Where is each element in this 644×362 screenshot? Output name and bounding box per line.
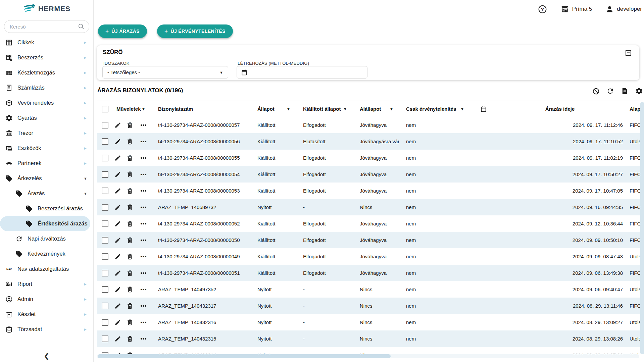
sidebar-item-gy-rt-s[interactable]: Gyártás ► — [0, 110, 93, 125]
column-header-csak-ervenytelenites[interactable]: Csak érvénytelenítés ▼ — [399, 101, 470, 117]
sidebar-item-rkezel-s[interactable]: Árkezelés ▼ — [0, 171, 93, 186]
row-checkbox[interactable] — [102, 188, 108, 194]
horizontal-scrollbar[interactable] — [97, 354, 639, 358]
row-checkbox[interactable] — [102, 286, 108, 293]
sidebar-item-eszk-z-k[interactable]: Eszközök ► — [0, 141, 93, 156]
vertical-scrollbar[interactable] — [640, 102, 644, 354]
delete-button[interactable] — [124, 133, 136, 150]
column-header-muveletek[interactable]: Műveletek ▼ — [112, 101, 151, 117]
delete-button[interactable] — [124, 248, 136, 265]
more-options-button[interactable]: ••• — [136, 117, 151, 133]
created-range-input[interactable] — [237, 66, 367, 79]
delete-button[interactable] — [124, 215, 136, 232]
sidebar-item-trezor[interactable]: Trezor ► — [0, 125, 93, 141]
column-header-bizonylatszam[interactable]: Bizonylatszám — [151, 101, 251, 117]
sidebar-item-partnerek[interactable]: Partnerek ► — [0, 156, 93, 171]
row-checkbox[interactable] — [102, 270, 108, 276]
refresh-button[interactable] — [606, 87, 614, 95]
edit-button[interactable] — [112, 199, 124, 215]
select-all-checkbox[interactable] — [102, 106, 108, 112]
delete-button[interactable] — [124, 314, 136, 330]
store-selector[interactable]: Príma 5 — [560, 5, 592, 13]
edit-button[interactable] — [112, 298, 124, 314]
edit-button[interactable] — [112, 183, 124, 199]
search-input[interactable] — [4, 20, 89, 33]
row-checkbox[interactable] — [102, 138, 108, 145]
delete-button[interactable] — [124, 199, 136, 215]
more-options-button[interactable]: ••• — [136, 330, 151, 347]
delete-button[interactable] — [124, 298, 136, 314]
more-options-button[interactable]: ••• — [136, 281, 151, 298]
row-checkbox[interactable] — [102, 335, 108, 342]
horizontal-scrollbar-thumb[interactable] — [98, 354, 391, 358]
delete-button[interactable] — [124, 281, 136, 298]
edit-button[interactable] — [112, 330, 124, 347]
delete-button[interactable] — [124, 232, 136, 248]
sidebar-item-raz-s[interactable]: Árazás ▼ — [0, 186, 93, 201]
more-options-button[interactable]: ••• — [136, 166, 151, 183]
periods-select[interactable]: - Tetszőleges - ▼ — [102, 66, 228, 79]
column-header-alallapot[interactable]: Alállapot ▼ — [353, 101, 399, 117]
edit-button[interactable] — [112, 133, 124, 150]
edit-button[interactable] — [112, 117, 124, 133]
more-options-button[interactable]: ••• — [136, 133, 151, 150]
row-checkbox[interactable] — [102, 171, 108, 178]
row-checkbox[interactable] — [102, 303, 108, 309]
more-options-button[interactable]: ••• — [136, 248, 151, 265]
edit-button[interactable] — [112, 215, 124, 232]
delete-button[interactable] — [124, 347, 136, 354]
sidebar-item-beszerz-si-raz-s[interactable]: Beszerzési árazás — [0, 201, 93, 216]
sidebar-item-admin[interactable]: Admin ► — [0, 292, 93, 307]
more-options-button[interactable]: ••• — [136, 265, 151, 281]
edit-button[interactable] — [112, 150, 124, 166]
column-header-alap[interactable]: Alap — [623, 101, 643, 117]
row-checkbox[interactable] — [102, 352, 108, 355]
row-checkbox[interactable] — [102, 237, 108, 244]
column-header-arazas-ideje[interactable]: Árazás ideje — [497, 101, 623, 117]
sidebar-item-t-rzsadat[interactable]: Törzsadat ► — [0, 322, 93, 337]
delete-button[interactable] — [124, 265, 136, 281]
new-invalidation-button[interactable]: + ÚJ ÉRVÉNYTELENÍTÉS — [157, 24, 233, 38]
delete-button[interactable] — [124, 330, 136, 347]
sidebar-item-kedvezm-nyek[interactable]: Kedvezmények — [0, 246, 93, 261]
sidebar-item-k-szletmozg-s[interactable]: Készletmozgás ► — [0, 65, 93, 80]
more-options-button[interactable]: ••• — [136, 232, 151, 248]
edit-button[interactable] — [112, 314, 124, 330]
row-checkbox[interactable] — [102, 253, 108, 260]
edit-button[interactable] — [112, 232, 124, 248]
more-options-button[interactable]: ••• — [136, 199, 151, 215]
sidebar-item-vev-i-rendel-s[interactable]: Vevői rendelés ► — [0, 95, 93, 110]
sidebar-item-sz-ml-z-s[interactable]: Számlázás ► — [0, 80, 93, 95]
sidebar-item-riport[interactable]: Riport ► — [0, 276, 93, 292]
delete-button[interactable] — [124, 183, 136, 199]
export-button[interactable] — [621, 87, 629, 95]
table-settings-button[interactable] — [635, 87, 643, 95]
delete-button[interactable] — [124, 117, 136, 133]
row-checkbox[interactable] — [102, 220, 108, 227]
more-options-button[interactable]: ••• — [136, 347, 151, 354]
sidebar-item-napi-rv-ltoz-s[interactable]: Napi árváltozás — [0, 231, 93, 246]
row-checkbox[interactable] — [102, 122, 108, 128]
sidebar-item-beszerz-s[interactable]: Beszerzés ► — [0, 50, 93, 65]
row-checkbox[interactable] — [102, 155, 108, 161]
edit-button[interactable] — [112, 248, 124, 265]
user-menu[interactable]: developer — [605, 5, 642, 13]
column-header-kiallitott-allapot[interactable]: Kiállított állapot ▼ — [296, 101, 353, 117]
sidebar-item-rt-kes-t-si-raz-s[interactable]: Értékesítési árazás — [0, 216, 90, 231]
more-options-button[interactable]: ••• — [136, 314, 151, 330]
sidebar-item-cikkek[interactable]: Cikkek ► — [0, 35, 93, 50]
edit-button[interactable] — [112, 347, 124, 354]
date-filter-button[interactable] — [470, 101, 497, 117]
more-options-button[interactable]: ••• — [136, 298, 151, 314]
cancel-selection-button[interactable] — [592, 88, 600, 95]
delete-button[interactable] — [124, 150, 136, 166]
new-pricing-button[interactable]: + ÚJ ÁRAZÁS — [98, 24, 147, 38]
more-options-button[interactable]: ••• — [136, 215, 151, 232]
edit-button[interactable] — [112, 166, 124, 183]
edit-button[interactable] — [112, 265, 124, 281]
sidebar-item-nav-adatszolg-ltat-s[interactable]: Nav adatszolgáltatás — [0, 261, 93, 276]
delete-button[interactable] — [124, 166, 136, 183]
collapse-filter-button[interactable] — [625, 49, 632, 56]
sidebar-item-k-szlet[interactable]: Készlet ► — [0, 307, 93, 322]
help-button[interactable] — [538, 5, 547, 14]
